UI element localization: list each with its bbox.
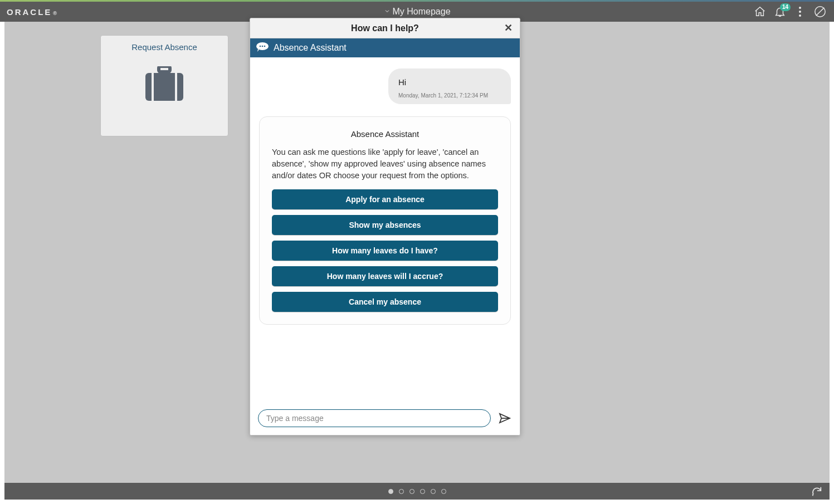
notification-badge: 14 xyxy=(780,3,791,11)
menu-icon[interactable] xyxy=(794,6,806,18)
option-apply-absence[interactable]: Apply for an absence xyxy=(272,189,498,209)
chevron-down-icon xyxy=(383,7,390,17)
svg-rect-3 xyxy=(145,73,183,101)
page-title: My Homepage xyxy=(392,7,450,17)
assistant-card: Absence Assistant You can ask me questio… xyxy=(259,116,511,325)
footer-bar xyxy=(4,483,830,500)
option-show-absences[interactable]: Show my absences xyxy=(272,215,498,235)
svg-point-8 xyxy=(262,46,264,47)
dialog-titlebar: How can I help? ✕ xyxy=(250,18,520,38)
svg-point-7 xyxy=(260,46,261,47)
user-message-bubble: Hi Monday, March 1, 2021, 7:12:34 PM xyxy=(388,68,511,104)
suitcase-icon xyxy=(101,66,228,103)
option-leaves-have[interactable]: How many leaves do I have? xyxy=(272,241,498,261)
chat-bubble-icon xyxy=(256,42,269,54)
chatbot-dialog: How can I help? ✕ Absence Assistant Hi M… xyxy=(250,18,520,436)
page-dot[interactable] xyxy=(420,489,425,494)
notifications-icon[interactable]: 14 xyxy=(774,6,786,18)
user-message-text: Hi xyxy=(398,77,501,87)
compass-icon[interactable] xyxy=(814,6,826,18)
svg-rect-4 xyxy=(152,73,154,101)
option-leaves-accrue[interactable]: How many leaves will I accrue? xyxy=(272,266,498,286)
dialog-body: Hi Monday, March 1, 2021, 7:12:34 PM Abs… xyxy=(250,57,520,404)
home-icon[interactable] xyxy=(754,6,766,18)
svg-point-9 xyxy=(264,46,266,47)
tile-title: Request Absence xyxy=(101,36,228,52)
dialog-subheader: Absence Assistant xyxy=(250,38,520,57)
page-title-dropdown[interactable]: My Homepage xyxy=(383,7,450,17)
page-dot[interactable] xyxy=(399,489,404,494)
svg-line-1 xyxy=(816,8,825,16)
trademark-icon: ® xyxy=(53,11,58,16)
send-icon[interactable] xyxy=(498,411,512,425)
card-title: Absence Assistant xyxy=(272,129,498,139)
page-dots[interactable] xyxy=(388,489,446,494)
brand-logo: ORACLE® xyxy=(0,7,58,17)
header-actions: 14 xyxy=(754,6,834,18)
page-dot[interactable] xyxy=(409,489,414,494)
dialog-title: How can I help? xyxy=(351,23,419,33)
page-dot[interactable] xyxy=(441,489,446,494)
page-dot[interactable] xyxy=(431,489,436,494)
close-icon[interactable]: ✕ xyxy=(502,22,514,34)
refresh-icon[interactable] xyxy=(811,485,823,500)
card-description: You can ask me questions like 'apply for… xyxy=(272,146,498,182)
svg-rect-2 xyxy=(159,66,170,72)
message-timestamp: Monday, March 1, 2021, 7:12:34 PM xyxy=(398,92,501,99)
tile-request-absence[interactable]: Request Absence xyxy=(100,35,228,136)
brand-text: ORACLE xyxy=(7,7,52,17)
assistant-name: Absence Assistant xyxy=(274,43,347,53)
page-dot[interactable] xyxy=(388,489,393,494)
dialog-input-row xyxy=(250,404,520,435)
option-cancel-absence[interactable]: Cancel my absence xyxy=(272,292,498,312)
svg-rect-5 xyxy=(175,73,177,101)
message-input[interactable] xyxy=(258,409,491,427)
